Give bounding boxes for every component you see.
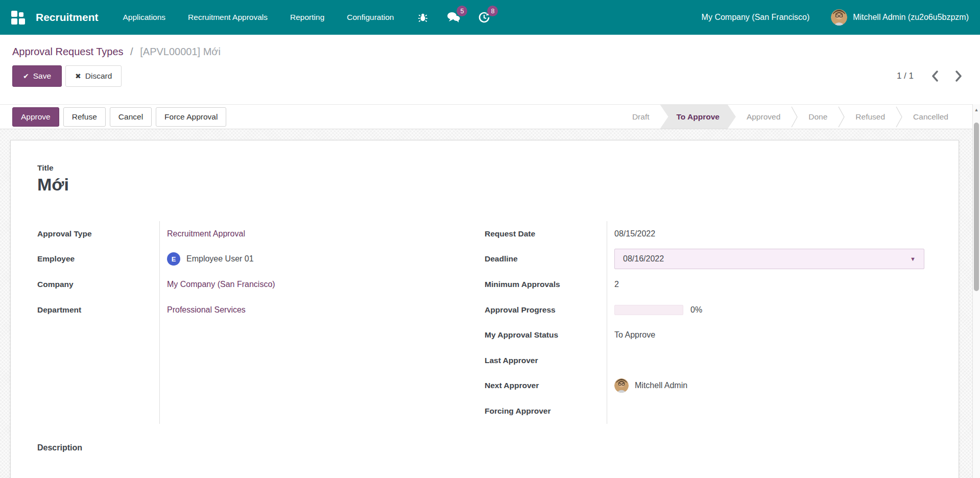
cancel-button[interactable]: Cancel (110, 107, 152, 127)
user-avatar (831, 9, 847, 26)
next-approver-value[interactable]: Mitchell Admin (635, 381, 687, 390)
next-approver-avatar (614, 378, 629, 393)
top-navbar: Recruitment Applications Recruitment App… (0, 0, 980, 35)
statusbar: Draft To Approve Approved Done Refused C… (622, 105, 959, 129)
approve-button[interactable]: Approve (12, 107, 59, 127)
employee-avatar: E (167, 252, 180, 266)
menu-recruitment-approvals[interactable]: Recruitment Approvals (188, 13, 268, 22)
company-switcher[interactable]: My Company (San Francisco) (702, 13, 810, 22)
apps-menu-icon[interactable] (11, 11, 25, 24)
minimum-approvals-label: Minimum Approvals (485, 280, 560, 289)
stage-refused[interactable]: Refused (845, 105, 896, 129)
menu-configuration[interactable]: Configuration (347, 13, 394, 22)
right-field-group: Request Date Deadline Minimum Approvals … (485, 221, 932, 424)
chevron-down-icon: ▼ (910, 256, 916, 262)
employee-label: Employee (37, 254, 75, 264)
user-name: Mitchell Admin (zu2o6u5bzpzm) (853, 13, 969, 22)
top-menu: Applications Recruitment Approvals Repor… (123, 13, 394, 22)
title-field-label: Title (37, 163, 932, 173)
my-approval-status-value: To Approve (614, 330, 655, 340)
company-label: Company (37, 280, 74, 289)
approval-progress-value: 0% (690, 305, 702, 315)
form-sheet: Title Mới Approval Type Employee Company… (10, 140, 959, 478)
stage-approved[interactable]: Approved (736, 105, 791, 129)
content-area: Title Mới Approval Type Employee Company… (0, 129, 980, 478)
cross-icon: ✖ (75, 72, 81, 80)
stage-draft[interactable]: Draft (622, 105, 660, 129)
force-approval-button[interactable]: Force Approval (156, 107, 226, 127)
record-title[interactable]: Mới (37, 173, 932, 196)
user-menu[interactable]: Mitchell Admin (zu2o6u5bzpzm) (831, 9, 969, 26)
menu-reporting[interactable]: Reporting (290, 13, 324, 22)
debug-bug-icon[interactable] (415, 10, 431, 25)
breadcrumb-parent-link[interactable]: Approval Request Types (12, 46, 124, 57)
pager-previous-icon[interactable] (931, 70, 939, 82)
last-approver-label: Last Approver (485, 356, 538, 365)
stage-chevron-icon (896, 106, 902, 128)
save-button[interactable]: ✔Save (12, 65, 62, 87)
description-label: Description (37, 443, 932, 452)
department-label: Department (37, 305, 81, 315)
pager-next-icon[interactable] (954, 70, 963, 82)
department-value-link[interactable]: Professional Services (167, 305, 246, 315)
scrollbar-thumb[interactable] (974, 123, 979, 291)
stage-chevron-icon (791, 106, 798, 128)
deadline-label: Deadline (485, 254, 518, 264)
form-header: Approve Refuse Cancel Force Approval Dra… (0, 104, 980, 129)
approval-type-value-link[interactable]: Recruitment Approval (167, 229, 245, 238)
progress-track (614, 305, 683, 315)
minimum-approvals-value[interactable]: 2 (614, 280, 619, 289)
menu-applications[interactable]: Applications (123, 13, 166, 22)
stage-to-approve-active[interactable]: To Approve (660, 105, 736, 129)
breadcrumb-current: [APVL00001] Mới (140, 46, 221, 57)
breadcrumb-separator: / (130, 46, 133, 57)
my-approval-status-label: My Approval Status (485, 330, 558, 340)
check-icon: ✔ (23, 72, 29, 80)
messages-icon[interactable]: 5 (446, 10, 461, 25)
left-field-group: Approval Type Employee Company Departmen… (37, 221, 485, 424)
approval-progress-label: Approval Progress (485, 305, 556, 315)
stage-done[interactable]: Done (798, 105, 838, 129)
deadline-date-input[interactable]: 08/16/2022 ▼ (614, 249, 924, 269)
approval-type-label: Approval Type (37, 229, 92, 238)
employee-value[interactable]: Employee User 01 (186, 254, 254, 264)
activities-count-badge: 8 (487, 6, 498, 16)
app-name[interactable]: Recruitment (36, 11, 99, 23)
description-textarea[interactable] (37, 452, 932, 478)
stage-chevron-icon (838, 106, 845, 128)
pager-counter: 1 / 1 (897, 71, 914, 81)
forcing-approver-label: Forcing Approver (485, 407, 551, 416)
control-panel: Approval Request Types / [APVL00001] Mới… (0, 35, 980, 104)
company-value-link[interactable]: My Company (San Francisco) (167, 280, 275, 289)
breadcrumb: Approval Request Types / [APVL00001] Mới (12, 44, 980, 59)
scroll-up-arrow-icon[interactable]: ▲ (973, 104, 980, 115)
vertical-scrollbar[interactable]: ▲ (972, 104, 980, 478)
refuse-button[interactable]: Refuse (63, 107, 106, 127)
messages-count-badge: 5 (457, 6, 467, 16)
request-date-label: Request Date (485, 229, 535, 238)
next-approver-label: Next Approver (485, 381, 539, 390)
approval-progress-bar: 0% (614, 305, 702, 315)
stage-cancelled[interactable]: Cancelled (902, 105, 959, 129)
activities-clock-icon[interactable]: 8 (476, 10, 492, 25)
request-date-value[interactable]: 08/15/2022 (614, 229, 655, 238)
discard-button[interactable]: ✖Discard (65, 65, 122, 87)
